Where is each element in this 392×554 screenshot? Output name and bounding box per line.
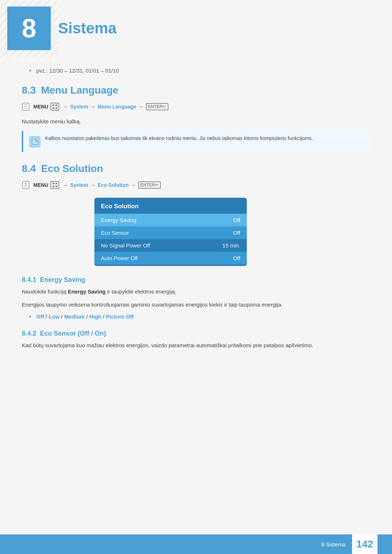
option-sep-2: / (61, 313, 64, 320)
page-footer: 8 Sistema 142 (0, 534, 392, 554)
svg-point-9 (25, 108, 26, 108)
breadcrumb-8-4: MENU → System → Eco Solution → ENTER↵ (22, 181, 370, 189)
option-sep-4: / (103, 313, 106, 320)
note-box-8-3: Kalbos nuostatos pakeitimas bus taikomas… (22, 131, 370, 152)
bullet-note-item: pvz.: 12/30 – 12/31, 01/01 – 01/10 (29, 67, 370, 74)
section-8-4-heading: 8.4Eco Solution (22, 163, 370, 175)
chapter-number: 8 (7, 7, 51, 50)
footer-section-label: 8 Sistema (321, 541, 346, 547)
enter-icon-8-3: ENTER↵ (146, 103, 169, 110)
svg-point-22 (25, 185, 26, 185)
eco-menu-item-label-3: Auto Power Off (101, 255, 138, 261)
breadcrumb-8-3: MENU → System → Menu Language → ENTER↵ (22, 103, 370, 111)
enter-label-8-4: ENTER (140, 182, 155, 188)
svg-point-23 (25, 186, 26, 187)
subsection-8-4-1-body2: Energijos taupymo veiksena kontroliuojam… (22, 300, 370, 309)
remote-control-icon (22, 103, 30, 111)
option-sep-3: / (86, 313, 89, 320)
subsection-8-4-2-body1: Kad būtų suvartojama kuo mažiau elektros… (22, 341, 370, 350)
svg-point-18 (24, 185, 25, 185)
svg-rect-26 (53, 186, 54, 187)
energy-saving-options-list: Off / Low / Medium / High / Picture Off (29, 313, 370, 320)
svg-rect-11 (56, 104, 57, 106)
svg-point-19 (26, 185, 27, 185)
nav-arrow-3: → (139, 104, 144, 110)
option-medium: Medium (64, 313, 85, 320)
nav-menu-language: Menu Language (98, 104, 136, 110)
svg-rect-12 (53, 107, 54, 109)
energy-saving-bold: Energy Saving (68, 288, 106, 295)
subsection-8-4-1-heading: 8.4.1 Energy Saving (22, 276, 370, 284)
svg-point-8 (25, 106, 26, 107)
eco-menu-item-value-0: Off (233, 217, 240, 223)
eco-menu-item-energy-saving[interactable]: Energy Saving Off (94, 214, 247, 226)
nav-system-1: System (70, 104, 88, 110)
subsection-8-4-2-heading: 8.4.2 Eco Sensor (Off / On) (22, 330, 370, 337)
subsection-8-4-2-number: 8.4.2 (22, 330, 36, 337)
enter-label-8-3: ENTER (148, 104, 163, 109)
breadcrumb-menu-label: MENU (33, 104, 48, 110)
svg-rect-24 (53, 183, 54, 184)
chapter-title: Sistema (58, 20, 117, 37)
eco-solution-menu: Eco Solution Energy Saving Off Eco Senso… (94, 198, 247, 266)
breadcrumb-menu-label-2: MENU (33, 182, 48, 188)
nav-arrow-2: → (90, 104, 95, 110)
eco-menu-item-no-signal[interactable]: No Signal Power Off 15 min. (94, 239, 247, 252)
subsection-8-4-2-title: Eco Sensor (Off / On) (40, 330, 106, 337)
note-icon (29, 136, 41, 148)
nav-eco-solution: Eco Solution (98, 182, 129, 188)
section-8-4-title: Eco Solution (41, 163, 103, 174)
option-sep-1: / (46, 313, 49, 320)
page-content: pvz.: 12/30 – 12/31, 01/01 – 01/10 8.3Me… (0, 57, 392, 383)
eco-menu-item-value-1: Off (233, 230, 240, 236)
option-off: Off (36, 313, 44, 320)
note-text-8-3: Kalbos nuostatos pakeitimas bus taikomas… (45, 135, 313, 141)
enter-icon-8-4: ENTER↵ (138, 181, 161, 189)
section-8-3-heading: 8.3Menu Language (22, 85, 370, 96)
eco-menu-title: Eco Solution (94, 199, 247, 214)
remote-control-icon-2 (22, 181, 30, 189)
subsection-8-4-1-body1: Naudokite funkciją Energy Saving ir taup… (22, 287, 370, 296)
svg-point-7 (26, 108, 27, 108)
svg-rect-3 (24, 104, 27, 106)
subsection-8-4-1-number: 8.4.1 (22, 276, 36, 283)
option-low: Low (49, 313, 60, 320)
section-8-3-number: 8.3 (22, 85, 36, 96)
energy-saving-options-item: Off / Low / Medium / High / Picture Off (29, 313, 370, 320)
svg-point-4 (24, 106, 25, 107)
nav-arrow-4: → (63, 182, 68, 188)
eco-menu-item-auto-power[interactable]: Auto Power Off Off (94, 252, 247, 264)
menu-grid-icon-2 (50, 181, 59, 189)
svg-rect-25 (56, 183, 57, 184)
section-8-3-title: Menu Language (41, 85, 118, 96)
eco-menu-item-eco-sensor[interactable]: Eco Sensor Off (94, 226, 247, 239)
option-high: High (89, 313, 101, 320)
svg-rect-10 (53, 104, 54, 106)
eco-menu-item-label-1: Eco Sensor (101, 230, 129, 236)
svg-point-20 (24, 186, 25, 187)
nav-system-2: System (70, 182, 88, 188)
subsection-8-4-1-title: Energy Saving (40, 276, 85, 283)
svg-rect-17 (24, 182, 27, 184)
svg-rect-27 (56, 186, 57, 187)
bullet-note-list: pvz.: 12/30 – 12/31, 01/01 – 01/10 (29, 67, 370, 74)
eco-menu-item-value-3: Off (233, 255, 240, 261)
footer-page-number: 142 (352, 534, 377, 554)
svg-rect-13 (56, 107, 57, 109)
svg-point-21 (26, 186, 27, 187)
section-8-3-description: Nustatykite meniu kalbą. (22, 117, 370, 126)
menu-grid-icon (50, 103, 59, 111)
eco-menu-item-label-0: Energy Saving (101, 217, 136, 223)
option-picture-off: Picture Off (106, 313, 134, 320)
chapter-header: 8 Sistema (0, 0, 392, 57)
eco-menu-item-label-2: No Signal Power Off (101, 242, 150, 249)
nav-arrow-1: → (63, 104, 68, 110)
nav-arrow-5: → (90, 182, 95, 188)
svg-point-5 (26, 106, 27, 107)
svg-point-6 (24, 108, 25, 108)
nav-arrow-6: → (131, 182, 136, 188)
section-8-4-number: 8.4 (22, 163, 36, 174)
eco-menu-item-value-2: 15 min. (222, 242, 240, 249)
